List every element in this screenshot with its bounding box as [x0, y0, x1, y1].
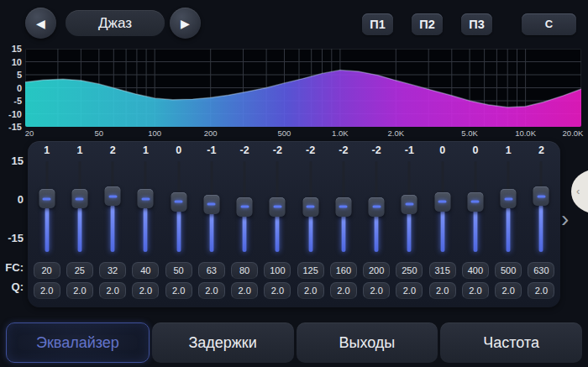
slider-handle[interactable]: [501, 189, 517, 208]
band-q-button[interactable]: 2.0: [528, 282, 554, 299]
band-q-button[interactable]: 2.0: [231, 282, 258, 299]
slider-track-fill: [440, 210, 444, 252]
band-fc-button[interactable]: 80: [231, 262, 258, 279]
slider-handle[interactable]: [71, 189, 87, 208]
band-q-button[interactable]: 2.0: [330, 282, 357, 299]
band-q-button[interactable]: 2.0: [99, 282, 126, 299]
slider-handle[interactable]: [402, 195, 417, 214]
band-slider-track[interactable]: [30, 160, 63, 254]
slider-handle[interactable]: [434, 192, 450, 212]
band-gain-value: 1: [63, 143, 96, 160]
tab-equalizer[interactable]: Эквалайзер: [6, 322, 150, 363]
band-fc-button[interactable]: 500: [495, 262, 522, 279]
band-slider-track[interactable]: [492, 160, 525, 254]
memory-preset-2-button[interactable]: П2: [412, 13, 443, 35]
band-q-button[interactable]: 2.0: [429, 282, 456, 299]
slider-handle[interactable]: [138, 189, 154, 208]
slider-handle[interactable]: [467, 192, 483, 212]
band-gain-value: 0: [459, 143, 491, 160]
slider-handle[interactable]: [203, 195, 219, 214]
preset-selector[interactable]: Джаз: [66, 10, 165, 36]
tab-outputs[interactable]: Выходы: [297, 322, 438, 363]
band-fc-button[interactable]: 125: [297, 262, 324, 279]
band-fc-button[interactable]: 250: [396, 262, 423, 279]
band-slider-track[interactable]: [63, 160, 96, 254]
slider-handle-marker: [307, 206, 315, 208]
band-q-button[interactable]: 2.0: [495, 282, 522, 299]
band-q-button[interactable]: 2.0: [165, 282, 192, 299]
band-q-button[interactable]: 2.0: [396, 282, 423, 299]
band-slider-track[interactable]: [195, 160, 228, 254]
tab-frequency[interactable]: Частота: [440, 322, 582, 363]
band-fc-button[interactable]: 20: [34, 262, 60, 279]
band-q-button[interactable]: 2.0: [363, 282, 390, 299]
x-axis-tick: 200: [204, 128, 218, 138]
slider-handle[interactable]: [369, 197, 385, 217]
slider-track-upper: [45, 161, 48, 190]
slider-handle[interactable]: [237, 197, 253, 217]
band-gain-value: 0: [426, 143, 459, 160]
band-slider-track[interactable]: [327, 160, 360, 254]
band-q-button[interactable]: 2.0: [66, 282, 93, 299]
band-fc-button[interactable]: 315: [429, 262, 456, 279]
slider-track-upper: [210, 161, 213, 195]
eq-band: 2322.0: [97, 143, 129, 299]
memory-preset-3-button[interactable]: П3: [461, 13, 492, 35]
band-slider-track[interactable]: [228, 160, 261, 254]
slider-handle[interactable]: [302, 197, 318, 217]
band-slider-track[interactable]: [459, 160, 491, 254]
band-fc-button[interactable]: 400: [462, 262, 489, 279]
band-q-button[interactable]: 2.0: [462, 282, 489, 299]
slider-track-upper: [276, 161, 279, 197]
band-fc-button[interactable]: 50: [165, 262, 192, 279]
slider-handle[interactable]: [270, 197, 286, 217]
band-slider-track[interactable]: [97, 160, 129, 254]
band-fc-button[interactable]: 32: [99, 262, 126, 279]
slider-track-fill: [176, 210, 181, 252]
band-q-button[interactable]: 2.0: [34, 282, 60, 299]
slider-handle[interactable]: [335, 197, 351, 217]
slider-handle[interactable]: [171, 192, 186, 212]
q-row-label: Q:: [0, 281, 24, 293]
band-fc-button[interactable]: 630: [528, 262, 554, 279]
band-fc-button[interactable]: 40: [132, 262, 159, 279]
band-fc-button[interactable]: 25: [66, 262, 93, 279]
memory-preset-1-button[interactable]: П1: [362, 13, 393, 35]
band-slider-track[interactable]: [162, 160, 195, 254]
eq-band: -1632.0: [195, 143, 228, 299]
band-slider-track[interactable]: [426, 160, 459, 254]
preset-next-button[interactable]: ▶: [170, 8, 201, 39]
band-fc-button[interactable]: 200: [363, 262, 390, 279]
band-slider-track[interactable]: [294, 160, 327, 254]
x-axis-tick: 1.0K: [332, 128, 349, 138]
slider-handle[interactable]: [533, 186, 549, 206]
band-slider-track[interactable]: [261, 160, 294, 254]
band-gain-value: 2: [97, 143, 129, 160]
reset-button[interactable]: C: [522, 13, 576, 35]
band-gain-value: 0: [162, 143, 195, 160]
band-fc-button[interactable]: 63: [198, 262, 225, 279]
slider-track-fill: [144, 207, 148, 252]
tab-delays[interactable]: Задержки: [152, 322, 294, 363]
y-axis-tick: 15: [0, 43, 22, 55]
band-fc-button[interactable]: 100: [264, 262, 291, 279]
next-bands-button[interactable]: ›: [561, 207, 569, 231]
eq-band: -21602.0: [327, 143, 360, 299]
band-q-button[interactable]: 2.0: [132, 282, 159, 299]
preset-prev-button[interactable]: ◀: [25, 8, 56, 39]
slider-handle-marker: [537, 195, 545, 197]
band-fc-button[interactable]: 160: [330, 262, 357, 279]
slider-handle[interactable]: [105, 186, 121, 206]
band-slider-track[interactable]: [525, 160, 558, 254]
band-slider-track[interactable]: [393, 160, 426, 254]
x-axis-tick: 20: [25, 128, 34, 138]
slider-handle[interactable]: [39, 189, 55, 208]
band-q-button[interactable]: 2.0: [264, 282, 291, 299]
band-slider-track[interactable]: [360, 160, 393, 254]
eq-band: -2802.0: [228, 143, 261, 299]
edge-swipe-handle[interactable]: ‹: [570, 170, 588, 212]
band-q-button[interactable]: 2.0: [198, 282, 225, 299]
slider-track-upper: [342, 161, 344, 197]
band-slider-track[interactable]: [129, 160, 162, 254]
band-q-button[interactable]: 2.0: [297, 282, 324, 299]
